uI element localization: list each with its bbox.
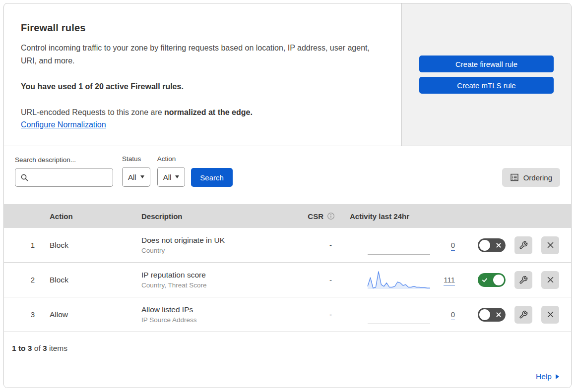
table-row: 1 Block Does not originate in UK Country… <box>4 228 571 263</box>
activity-sparkline <box>367 270 431 290</box>
actions-panel: Create firewall rule Create mTLS rule <box>401 3 571 146</box>
activity-count-link[interactable]: 0 <box>434 310 455 319</box>
rule-description-cell: Does not originate in UK Country <box>141 236 300 254</box>
status-label: Status <box>122 155 150 163</box>
action-label: Action <box>157 155 186 163</box>
table-row: 3 Allow Allow listed IPs IP Source Addre… <box>4 297 571 332</box>
toggle-knob <box>479 309 490 320</box>
delete-rule-button[interactable] <box>541 306 559 324</box>
rule-description: IP reputation score <box>141 271 300 280</box>
search-icon <box>20 173 29 182</box>
rule-action: Allow <box>50 310 141 319</box>
normalization-note: URL-encoded Requests to this zone are no… <box>21 108 381 117</box>
normalization-prefix: URL-encoded Requests to this zone are <box>21 108 164 116</box>
rule-fields: Country <box>141 247 300 254</box>
rule-priority: 2 <box>16 276 50 284</box>
ordering-button[interactable]: Ordering <box>502 168 560 187</box>
status-filter-group: Status All <box>122 155 150 187</box>
activity-count-link[interactable]: 111 <box>434 276 455 284</box>
rule-priority: 1 <box>16 241 50 249</box>
activity-sparkline <box>367 235 431 255</box>
status-dropdown[interactable]: All <box>122 167 150 187</box>
x-icon <box>496 242 502 248</box>
rule-fields: IP Source Address <box>141 316 300 324</box>
header-band: Firewall rules Control incoming traffic … <box>4 3 571 146</box>
help-label: Help <box>536 372 552 381</box>
edit-rule-button[interactable] <box>514 236 532 254</box>
page-title: Firewall rules <box>21 22 381 34</box>
help-link[interactable]: Help <box>536 372 559 381</box>
toggle-knob <box>493 275 504 285</box>
description-column-header: Description <box>141 212 300 221</box>
chevron-down-icon <box>140 175 144 178</box>
rule-enabled-toggle[interactable] <box>478 308 506 322</box>
csr-column-header: CSR <box>300 212 338 221</box>
help-bar: Help <box>4 365 571 388</box>
rule-controls <box>478 271 559 289</box>
rule-activity-cell: 0 <box>338 305 478 325</box>
rule-description-cell: IP reputation score Country, Threat Scor… <box>141 271 300 289</box>
arrow-right-icon <box>556 374 559 379</box>
range-text: 1 to 3 <box>12 344 32 352</box>
rule-action: Block <box>50 276 141 284</box>
normalization-bold: normalized at the edge. <box>164 108 253 116</box>
action-column-header: Action <box>50 212 141 221</box>
ordering-button-label: Ordering <box>523 173 552 182</box>
search-button[interactable]: Search <box>191 168 233 187</box>
toggle-knob <box>479 240 490 251</box>
rule-csr-value: - <box>300 310 338 319</box>
rule-csr-value: - <box>300 276 338 284</box>
rule-action: Block <box>50 241 141 250</box>
edit-rule-button[interactable] <box>514 306 532 324</box>
x-icon <box>496 312 502 318</box>
action-dropdown-value: All <box>163 173 172 181</box>
wrench-icon <box>519 276 528 284</box>
firewall-rules-card: Firewall rules Control incoming traffic … <box>3 3 572 388</box>
close-icon <box>547 311 554 318</box>
rule-description: Allow listed IPs <box>141 305 300 314</box>
search-input-wrapper <box>15 168 113 187</box>
pagination-summary: 1 to 3 of 3 items <box>4 332 571 365</box>
activity-column-header: Activity last 24hr <box>338 212 559 221</box>
delete-rule-button[interactable] <box>541 271 559 289</box>
activity-count-link[interactable]: 0 <box>434 241 455 249</box>
close-icon <box>547 276 554 283</box>
page-description: Control incoming traffic to your zone by… <box>21 42 381 67</box>
rule-controls <box>478 306 559 324</box>
search-group: Search description... <box>15 156 113 187</box>
rule-enabled-toggle[interactable] <box>478 273 506 287</box>
usage-summary: You have used 1 of 20 active Firewall ru… <box>21 82 381 91</box>
total-text: 3 <box>43 344 47 352</box>
info-icon[interactable] <box>327 212 335 220</box>
of-text: of <box>34 344 41 352</box>
action-dropdown[interactable]: All <box>157 167 186 187</box>
rule-priority: 3 <box>16 310 50 319</box>
close-icon <box>547 241 554 249</box>
rule-csr-value: - <box>300 241 338 249</box>
delete-rule-button[interactable] <box>541 236 559 254</box>
search-label: Search description... <box>15 156 113 164</box>
create-mtls-rule-button[interactable]: Create mTLS rule <box>419 77 554 94</box>
table-row: 2 Block IP reputation score Country, Thr… <box>4 263 571 297</box>
rule-enabled-toggle[interactable] <box>478 238 506 252</box>
firewall-rules-page: Firewall rules Control incoming traffic … <box>0 0 576 392</box>
check-icon <box>482 277 488 283</box>
chevron-down-icon <box>175 175 179 178</box>
rule-description-cell: Allow listed IPs IP Source Address <box>141 305 300 324</box>
rule-activity-cell: 0 <box>338 235 478 255</box>
header-info: Firewall rules Control incoming traffic … <box>4 3 401 146</box>
create-firewall-rule-button[interactable]: Create firewall rule <box>419 56 554 72</box>
rule-activity-cell: 111 <box>338 270 478 290</box>
ordering-list-icon <box>510 173 519 182</box>
rule-fields: Country, Threat Score <box>141 281 300 289</box>
wrench-icon <box>519 310 528 319</box>
status-dropdown-value: All <box>128 173 136 181</box>
configure-normalization-link[interactable]: Configure Normalization <box>21 120 106 129</box>
csr-column-label: CSR <box>308 212 323 221</box>
activity-sparkline <box>367 305 431 325</box>
edit-rule-button[interactable] <box>514 271 532 289</box>
search-input[interactable] <box>33 173 125 182</box>
table-header: Action Description CSR Activity last 24h… <box>4 204 571 228</box>
items-text: items <box>49 344 67 352</box>
action-filter-group: Action All <box>157 155 186 187</box>
